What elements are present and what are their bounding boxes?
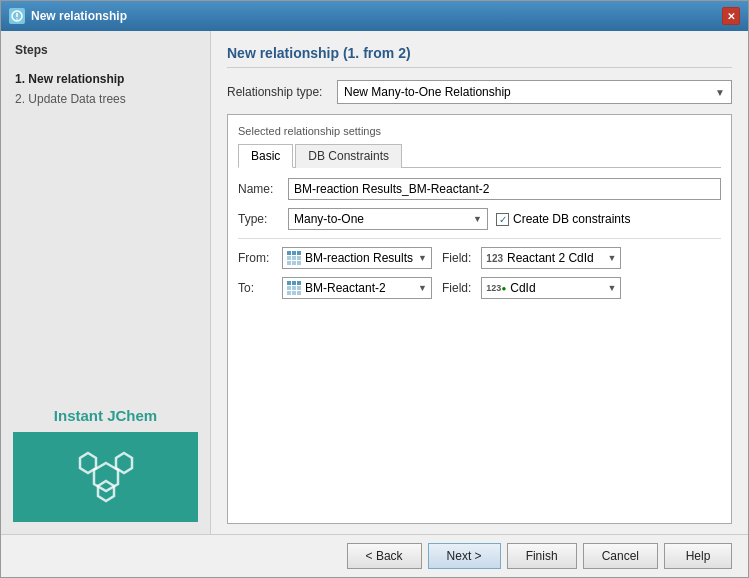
sidebar-spacer [1, 113, 210, 395]
steps-header: Steps [1, 31, 210, 65]
svg-point-2 [16, 18, 18, 20]
brand-logo-box [13, 432, 198, 522]
to-row: To: BM-Reactant- [238, 277, 721, 299]
relationship-type-select[interactable]: New Many-to-One Relationship ▼ [337, 80, 732, 104]
step-1-label: New relationship [28, 72, 124, 86]
name-input[interactable] [288, 178, 721, 200]
step-item-2: 2. Update Data trees [15, 89, 196, 109]
svg-marker-4 [80, 453, 96, 473]
create-db-constraints-checkbox[interactable]: ✓ [496, 213, 509, 226]
type-label: Type: [238, 212, 288, 226]
tabs-row: Basic DB Constraints [238, 143, 721, 168]
from-field-arrow-icon: ▼ [607, 253, 616, 263]
dialog-title: New relationship [31, 9, 127, 23]
back-button[interactable]: < Back [347, 543, 422, 569]
sidebar: Steps 1. New relationship 2. Update Data… [1, 31, 211, 534]
title-bar-left: New relationship [9, 8, 127, 24]
from-label: From: [238, 251, 278, 265]
name-label: Name: [238, 182, 288, 196]
to-field-select[interactable]: 123● CdId ▼ [481, 277, 621, 299]
next-button[interactable]: Next > [428, 543, 501, 569]
cancel-button[interactable]: Cancel [583, 543, 658, 569]
relationship-type-label: Relationship type: [227, 85, 337, 99]
dialog: New relationship ✕ Steps 1. New relation… [0, 0, 749, 578]
from-field-type-icon: 123 [486, 253, 503, 264]
from-field-select[interactable]: 123 Reactant 2 CdId ▼ [481, 247, 621, 269]
brand-logo-icon [74, 445, 138, 509]
from-table-arrow-icon: ▼ [418, 253, 427, 263]
type-field-row: Type: Many-to-One ▼ ✓ Create DB constrai… [238, 208, 721, 230]
to-table-arrow-icon: ▼ [418, 283, 427, 293]
to-field-label: Field: [442, 281, 471, 295]
to-label: To: [238, 281, 278, 295]
settings-box: Selected relationship settings Basic DB … [227, 114, 732, 524]
create-db-constraints-label: Create DB constraints [513, 212, 630, 226]
to-field-arrow-icon: ▼ [607, 283, 616, 293]
relationship-type-row: Relationship type: New Many-to-One Relat… [227, 80, 732, 104]
from-table-icon [287, 251, 301, 265]
step-1-number: 1. [15, 72, 25, 86]
from-table-select[interactable]: BM-reaction Results ▼ [282, 247, 432, 269]
tab-basic[interactable]: Basic [238, 144, 293, 168]
dialog-body: Steps 1. New relationship 2. Update Data… [1, 31, 748, 534]
steps-list: 1. New relationship 2. Update Data trees [1, 65, 210, 113]
dialog-footer: < Back Next > Finish Cancel Help [1, 534, 748, 577]
type-select[interactable]: Many-to-One ▼ [288, 208, 488, 230]
svg-marker-5 [116, 453, 132, 473]
title-bar: New relationship ✕ [1, 1, 748, 31]
relationship-type-value: New Many-to-One Relationship [344, 85, 511, 99]
from-field-value: Reactant 2 CdId [507, 251, 603, 265]
create-db-constraints-row: ✓ Create DB constraints [496, 212, 630, 226]
close-button[interactable]: ✕ [722, 7, 740, 25]
finish-button[interactable]: Finish [507, 543, 577, 569]
sidebar-brand: Instant JChem [1, 395, 210, 534]
type-arrow-icon: ▼ [473, 214, 482, 224]
from-field-label: Field: [442, 251, 471, 265]
divider [238, 238, 721, 239]
name-field-row: Name: [238, 178, 721, 200]
main-title: New relationship (1. from 2) [227, 45, 732, 68]
to-field-type-icon: 123● [486, 283, 506, 293]
settings-section-label: Selected relationship settings [238, 125, 721, 137]
step-item-1: 1. New relationship [15, 69, 196, 89]
to-table-icon [287, 281, 301, 295]
relationship-type-arrow-icon: ▼ [715, 87, 725, 98]
to-field-value: CdId [510, 281, 603, 295]
type-value: Many-to-One [294, 212, 364, 226]
from-table-value: BM-reaction Results [305, 251, 414, 265]
brand-name: Instant JChem [13, 407, 198, 424]
help-button[interactable]: Help [664, 543, 732, 569]
step-2-number: 2. [15, 92, 25, 106]
dialog-icon [9, 8, 25, 24]
to-table-value: BM-Reactant-2 [305, 281, 414, 295]
main-content: New relationship (1. from 2) Relationshi… [211, 31, 748, 534]
to-table-select[interactable]: BM-Reactant-2 ▼ [282, 277, 432, 299]
tab-db-constraints[interactable]: DB Constraints [295, 144, 402, 168]
step-2-label: Update Data trees [28, 92, 125, 106]
from-row: From: BM-reactio [238, 247, 721, 269]
